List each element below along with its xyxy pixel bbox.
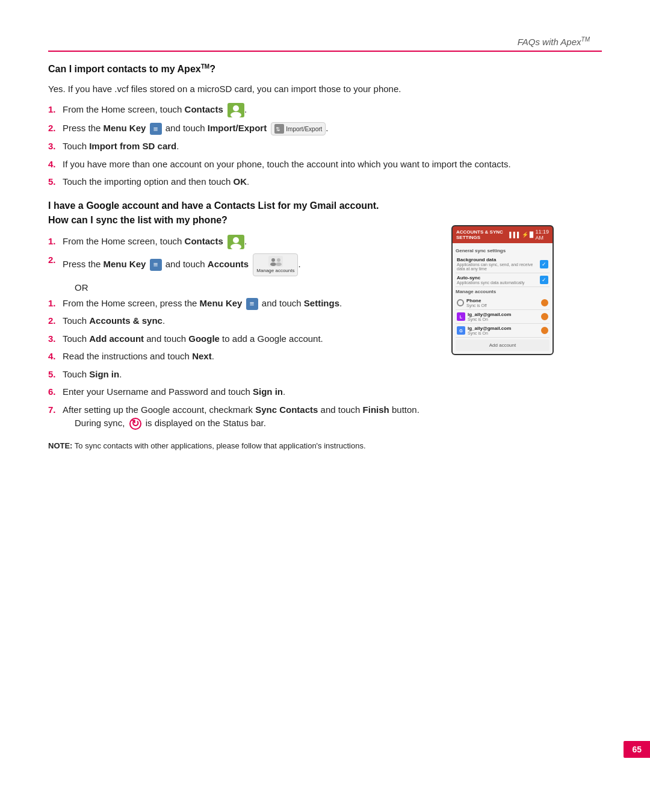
contacts-icon (228, 103, 244, 117)
step-num: 2. (48, 253, 61, 267)
status-time: 11:19 AM (535, 229, 549, 241)
svg-point-10 (270, 262, 276, 266)
phone-account-main: Phone Sync is Off (466, 298, 487, 308)
screen-status-bar: ACCOUNTS & SYNC SETTINGS ▌▌▌ ⚡ ▉ 11:19 A… (453, 226, 552, 243)
step-text: Touch the importing option and then touc… (63, 175, 602, 189)
accounts-icon (268, 255, 283, 267)
account2-sync-status (541, 327, 548, 334)
note-label: NOTE: (48, 441, 72, 450)
menu-key-icon-2 (150, 259, 162, 271)
svg-point-12 (276, 262, 282, 266)
autosync-main: Auto-sync Applications sync data automat… (457, 275, 540, 285)
section2-heading: I have a Google account and have a Conta… (48, 199, 602, 228)
background-data-sub: Applications can sync, send, and receive… (457, 262, 540, 271)
account1-row: L lg_ally@gmail.com Sync is On (456, 310, 549, 324)
step-num: 1. (48, 297, 61, 311)
screen-title-text: ACCOUNTS & SYNC SETTINGS (456, 229, 509, 240)
step-1-5: 5. Touch the importing option and then t… (48, 175, 602, 189)
step-num: 5. (48, 368, 61, 382)
step-text: From the Home screen, touch Contacts . (63, 103, 602, 117)
accounts-label: Manage accounts (256, 267, 294, 274)
lge-icon-1: L (457, 312, 465, 321)
importexport-badge: ⇅ Import/Export (271, 122, 326, 135)
step-text: After setting up the Google account, che… (63, 403, 419, 417)
screen-body: General sync settings Background data Ap… (453, 243, 552, 354)
importexport-label: Import/Export (286, 125, 322, 134)
step-num: 2. (48, 314, 61, 328)
account1-sync-status (541, 313, 548, 320)
page-header: FAQs with ApexTM (48, 36, 602, 47)
background-data-row: Background data Applications can sync, s… (456, 255, 549, 273)
account2-sub: Sync is On (468, 331, 511, 335)
header-title-sup: TM (581, 36, 590, 43)
section1-heading-end: ? (209, 64, 215, 74)
step-text: Touch Sign in. (63, 368, 602, 382)
add-account-btn[interactable]: Add account (456, 339, 549, 351)
menu-key-icon (150, 123, 162, 135)
svg-point-9 (271, 258, 275, 262)
step-1-4: 4. If you have more than one account on … (48, 158, 602, 172)
phone-sync-status (541, 299, 548, 306)
step-num: 3. (48, 140, 61, 153)
account2-left: G lg_ally@gmail.com Sync is On (457, 326, 511, 335)
account2-row: G lg_ally@gmail.com Sync is On (456, 324, 549, 338)
step-num: 6. (48, 385, 61, 399)
battery-icon: ▉ (530, 232, 534, 238)
step-num: 4. (48, 158, 61, 172)
section1-heading-sup: TM (201, 63, 209, 70)
step-num: 3. (48, 332, 61, 346)
background-data-main: Background data Applications can sync, s… (457, 257, 540, 271)
step-text: Enter your Username and Password and tou… (63, 385, 602, 399)
account1-label: lg_ally@gmail.com (468, 312, 511, 317)
phone-label: Phone (466, 298, 487, 303)
header-title: FAQs with ApexTM (518, 36, 590, 47)
account1-main: lg_ally@gmail.com Sync is On (468, 312, 511, 321)
step-7-continuation: During sync, ↻ is displayed on the Statu… (75, 417, 266, 430)
top-divider (48, 51, 602, 52)
step-2b-5: 5. Touch Sign in. (48, 368, 602, 382)
note-content: To sync contacts with other applications… (72, 441, 365, 450)
wifi-icon: ⚡ (522, 232, 528, 238)
step-num: 4. (48, 350, 61, 364)
manage-accounts-title: Manage accounts (456, 289, 549, 294)
phone-screenshot: ACCOUNTS & SYNC SETTINGS ▌▌▌ ⚡ ▉ 11:19 A… (451, 225, 554, 355)
step-num: 7. (48, 403, 61, 417)
autosync-sub: Applications sync data automatically (457, 280, 540, 285)
step-text: Touch Import from SD card. (63, 140, 602, 153)
step-1-2: 2. Press the Menu Key and touch Import/E… (48, 122, 602, 135)
note-text: NOTE: To sync contacts with other applic… (48, 441, 602, 451)
autosync-row: Auto-sync Applications sync data automat… (456, 273, 549, 287)
section2-heading-line1: I have a Google account and have a Conta… (48, 200, 379, 211)
account1-left: L lg_ally@gmail.com Sync is On (457, 312, 511, 321)
menu-key-icon-3 (246, 298, 258, 310)
step-num: 1. (48, 103, 61, 117)
step-2b-6: 6. Enter your Username and Password and … (48, 385, 602, 399)
header-title-text: FAQs with Apex (518, 37, 581, 47)
contacts-icon-2 (228, 235, 244, 249)
step-text: Press the Menu Key and touch Import/Expo… (63, 122, 602, 135)
goog-icon: G (457, 326, 465, 335)
step-num: 1. (48, 235, 61, 249)
step-1-1: 1. From the Home screen, touch Contacts … (48, 103, 602, 117)
phone-sub: Sync is Off (466, 303, 487, 308)
step-text: If you have more than one account on you… (63, 158, 602, 172)
account2-label: lg_ally@gmail.com (468, 326, 511, 331)
accounts-svg (268, 256, 283, 267)
screen-main-title: ACCOUNTS & SYNC SETTINGS (456, 229, 503, 240)
section2-heading-line2: How can I sync the list with my phone? (48, 215, 228, 225)
background-data-checkbox[interactable]: ✓ (540, 260, 548, 268)
sync-icon: ↻ (129, 418, 141, 430)
phone-account-left: Phone Sync is Off (457, 298, 487, 308)
status-bar-icons: ▌▌▌ ⚡ ▉ 11:19 AM (509, 229, 549, 241)
phone-account-row: Phone Sync is Off (456, 296, 549, 310)
svg-text:⇅: ⇅ (276, 126, 280, 132)
section1-steps: 1. From the Home screen, touch Contacts … (48, 103, 602, 189)
general-sync-title: General sync settings (456, 248, 549, 253)
main-content: Can I import contacts to my ApexTM? Yes.… (48, 63, 602, 451)
accounts-badge: Manage accounts (253, 253, 298, 276)
step-num: 2. (48, 122, 61, 135)
phone-icon (457, 299, 464, 306)
account2-main: lg_ally@gmail.com Sync is On (468, 326, 511, 335)
autosync-checkbox[interactable]: ✓ (540, 276, 548, 284)
background-data-label: Background data (457, 257, 540, 262)
